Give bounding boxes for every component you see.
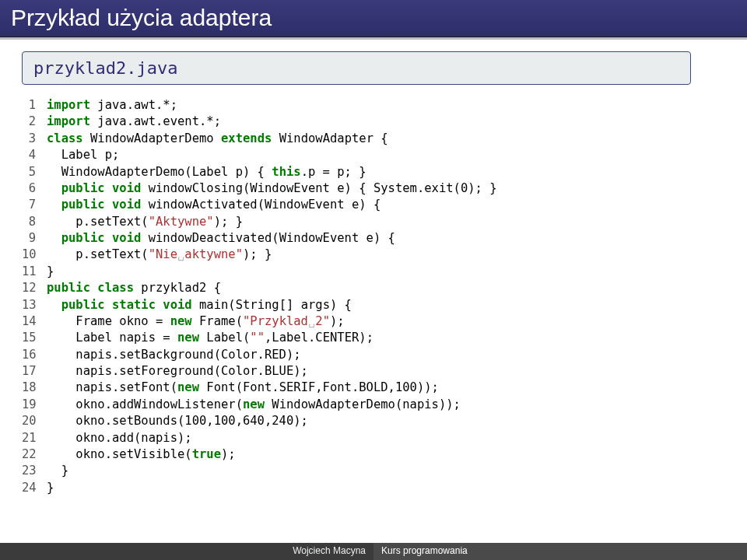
code-text: class WindowAdapterDemo extends WindowAd…	[47, 131, 388, 147]
code-text: import java.awt.event.*;	[47, 114, 221, 130]
content-area: przyklad2.java 1import java.awt.*;2impor…	[0, 37, 747, 496]
line-number: 22	[22, 446, 47, 463]
code-text: Label napis = new Label("",Label.CENTER)…	[47, 330, 374, 346]
line-number: 11	[22, 264, 47, 280]
code-line: 19 okno.addWindowListener(new WindowAdap…	[22, 397, 725, 413]
code-text: napis.setFont(new Font(Font.SERIF,Font.B…	[47, 380, 439, 396]
line-number: 4	[22, 147, 47, 163]
code-line: 4 Label p;	[22, 147, 725, 163]
line-number: 6	[22, 180, 47, 197]
code-text: Frame okno = new Frame("Przyklad␣2");	[47, 313, 345, 330]
code-line: 6 public void windowClosing(WindowEvent …	[22, 180, 725, 197]
code-line: 16 napis.setBackground(Color.RED);	[22, 347, 725, 363]
line-number: 3	[22, 131, 47, 147]
code-text: okno.setBounds(100,100,640,240);	[47, 413, 308, 429]
line-number: 19	[22, 397, 47, 413]
code-line: 5 WindowAdapterDemo(Label p) { this.p = …	[22, 164, 725, 180]
line-number: 2	[22, 114, 47, 130]
line-number: 17	[22, 363, 47, 380]
code-text: napis.setBackground(Color.RED);	[47, 347, 301, 363]
code-line: 21 okno.add(napis);	[22, 430, 725, 446]
code-text: public void windowClosing(WindowEvent e)…	[47, 180, 497, 197]
code-line: 23 }	[22, 463, 725, 479]
line-number: 8	[22, 214, 47, 230]
line-number: 23	[22, 463, 47, 479]
code-line: 3class WindowAdapterDemo extends WindowA…	[22, 131, 725, 147]
line-number: 13	[22, 297, 47, 313]
footer: Wojciech Macyna Kurs programowania	[0, 543, 747, 560]
slide-title: Przykład użycia adaptera	[0, 0, 747, 36]
title-bar: Przykład użycia adaptera	[0, 0, 747, 37]
filename-box: przyklad2.java	[22, 51, 691, 85]
code-line: 7 public void windowActivated(WindowEven…	[22, 197, 725, 213]
code-line: 13 public static void main(String[] args…	[22, 297, 725, 313]
code-line: 18 napis.setFont(new Font(Font.SERIF,Fon…	[22, 380, 725, 396]
code-text: okno.addWindowListener(new WindowAdapter…	[47, 397, 461, 413]
code-text: napis.setForeground(Color.BLUE);	[47, 363, 308, 380]
code-text: public class przyklad2 {	[47, 280, 221, 296]
line-number: 5	[22, 164, 47, 180]
code-line: 12public class przyklad2 {	[22, 280, 725, 296]
line-number: 21	[22, 430, 47, 446]
line-number: 1	[22, 97, 47, 114]
filename-label: przyklad2.java	[33, 58, 177, 78]
line-number: 7	[22, 197, 47, 213]
line-number: 9	[22, 230, 47, 247]
code-line: 24}	[22, 480, 725, 496]
code-line: 9 public void windowDeactivated(WindowEv…	[22, 230, 725, 247]
code-text: public static void main(String[] args) {	[47, 297, 352, 313]
line-number: 10	[22, 247, 47, 263]
footer-author: Wojciech Macyna	[0, 543, 374, 560]
code-text: okno.add(napis);	[47, 430, 192, 446]
line-number: 24	[22, 480, 47, 496]
line-number: 15	[22, 330, 47, 346]
code-line: 20 okno.setBounds(100,100,640,240);	[22, 413, 725, 429]
code-text: }	[47, 463, 68, 479]
code-line: 17 napis.setForeground(Color.BLUE);	[22, 363, 725, 380]
code-line: 14 Frame okno = new Frame("Przyklad␣2");	[22, 313, 725, 330]
code-text: import java.awt.*;	[47, 97, 177, 114]
code-line: 10 p.setText("Nie␣aktywne"); }	[22, 247, 725, 263]
code-line: 15 Label napis = new Label("",Label.CENT…	[22, 330, 725, 346]
code-text: okno.setVisible(true);	[47, 446, 236, 463]
slide: Przykład użycia adaptera przyklad2.java …	[0, 0, 747, 560]
code-text: p.setText("Aktywne"); }	[47, 214, 243, 230]
code-text: WindowAdapterDemo(Label p) { this.p = p;…	[47, 164, 366, 180]
code-text: public void windowDeactivated(WindowEven…	[47, 230, 395, 247]
line-number: 14	[22, 313, 47, 330]
code-line: 22 okno.setVisible(true);	[22, 446, 725, 463]
code-line: 2import java.awt.event.*;	[22, 114, 725, 130]
code-text: }	[47, 264, 54, 280]
code-line: 11}	[22, 264, 725, 280]
code-line: 8 p.setText("Aktywne"); }	[22, 214, 725, 230]
code-line: 1import java.awt.*;	[22, 97, 725, 114]
line-number: 16	[22, 347, 47, 363]
line-number: 12	[22, 280, 47, 296]
code-text: p.setText("Nie␣aktywne"); }	[47, 247, 272, 263]
line-number: 18	[22, 380, 47, 396]
code-text: }	[47, 480, 54, 496]
code-text: Label p;	[47, 147, 119, 163]
code-text: public void windowActivated(WindowEvent …	[47, 197, 381, 213]
code-listing: 1import java.awt.*;2import java.awt.even…	[22, 97, 725, 496]
footer-course: Kurs programowania	[374, 543, 747, 560]
line-number: 20	[22, 413, 47, 429]
